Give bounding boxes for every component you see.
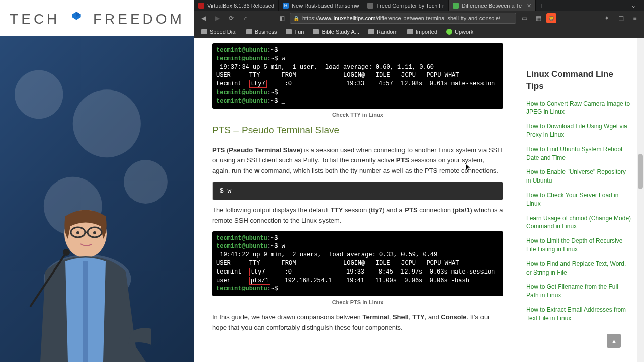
favicon — [198, 3, 204, 9]
scrollbar-track[interactable] — [637, 38, 644, 362]
folder-icon — [368, 29, 374, 34]
svg-point-9 — [76, 231, 79, 234]
sidebar-link-0[interactable]: How to Convert Raw Camera Image to JPEG … — [526, 100, 632, 117]
bookmark-speed-dial[interactable]: Speed Dial — [197, 27, 241, 36]
presenter-figure — [10, 206, 151, 362]
paragraph-2: The following output displays the defaul… — [212, 205, 503, 226]
menu-button[interactable]: ≡ — [629, 12, 641, 24]
brave-shields-button[interactable]: 🦁 — [546, 13, 556, 23]
tab-list-button[interactable]: ⌄ — [627, 2, 640, 9]
logo-icon — [69, 10, 84, 25]
sidebar-link-7[interactable]: How to Find and Replace Text, Word, or S… — [526, 260, 632, 277]
bookmark-imported[interactable]: Imported — [403, 27, 441, 36]
caption-2: Check PTS in Linux — [212, 299, 503, 305]
favicon: H — [283, 3, 289, 9]
tab-0[interactable]: VirtualBox 6.1.36 Released — [194, 0, 279, 11]
bookmark-upwork[interactable]: Upwork — [442, 27, 477, 36]
bookmark-bible[interactable]: Bible Study A... — [309, 27, 363, 36]
sidebar-link-2[interactable]: How to Find Ubuntu System Reboot Date an… — [526, 145, 632, 162]
tab-3-active[interactable]: Difference Between a Te✕ — [449, 0, 536, 11]
tab-bar: VirtualBox 6.1.36 Released HNew Rust-bas… — [194, 0, 644, 11]
svg-point-13 — [63, 249, 70, 256]
svg-point-1 — [73, 89, 141, 157]
url-text: https://www.linuxshelltips.com/differenc… — [302, 15, 500, 21]
logo-area: TECH FREEDOM — [0, 0, 194, 36]
folder-icon — [407, 29, 413, 34]
url-bar[interactable]: 🔒 https://www.linuxshelltips.com/differe… — [290, 13, 516, 24]
sidebar-link-8[interactable]: How to Get Filename from the Full Path i… — [526, 283, 632, 300]
sidebar-title: Linux Command Line Tips — [526, 68, 632, 93]
close-icon[interactable]: ✕ — [527, 3, 531, 9]
bookmarks-bar: Speed Dial Business Fun Bible Study A...… — [194, 25, 644, 38]
forward-button[interactable]: ▶ — [211, 12, 223, 24]
folder-icon — [201, 29, 207, 34]
page-content: tecmint@ubuntu:~$ tecmint@ubuntu:~$ w 19… — [194, 38, 644, 362]
sidebar-link-4[interactable]: How to Check Your Server Load in Linux — [526, 191, 632, 208]
svg-point-10 — [93, 231, 96, 234]
upwork-icon — [446, 29, 452, 35]
back-button[interactable]: ◀ — [197, 12, 209, 24]
new-tab-button[interactable]: + — [536, 2, 548, 10]
tab-title: Difference Between a Te — [462, 3, 522, 9]
tab-title: New Rust-based Ransomw — [292, 3, 359, 9]
folder-icon — [246, 29, 252, 34]
lock-icon: 🔒 — [293, 16, 299, 21]
logo-text: TECH FREEDOM — [10, 10, 185, 27]
tab-2[interactable]: Freed Computer by Tech Fr — [363, 0, 448, 11]
sidebar-link-1[interactable]: How to Download File Using Wget via Prox… — [526, 122, 632, 139]
folder-icon — [313, 29, 319, 34]
bookmark-fun[interactable]: Fun — [282, 27, 308, 36]
svg-point-3 — [124, 160, 168, 204]
paragraph-1: PTS (Pseudo Terminal Slave) is a session… — [212, 145, 503, 176]
reader-button[interactable]: ▭ — [518, 12, 530, 24]
video-overlay-panel: TECH FREEDOM — [0, 0, 194, 362]
code-block-w: $ w — [212, 182, 503, 200]
browser-window: VirtualBox 6.1.36 Released HNew Rust-bas… — [194, 0, 644, 362]
nav-toolbar: ◀ ▶ ⟳ ⌂ ◧ 🔒 https://www.linuxshelltips.c… — [194, 11, 644, 25]
favicon — [367, 3, 373, 9]
caption-1: Check TTY in Linux — [212, 112, 503, 118]
heading-pts: PTS – Pseudo Terminal Slave — [212, 125, 503, 139]
svg-rect-11 — [83, 261, 88, 362]
extensions-button[interactable]: ✦ — [601, 12, 613, 24]
terminal-output-1: tecmint@ubuntu:~$ tecmint@ubuntu:~$ w 19… — [212, 43, 503, 109]
tab-1[interactable]: HNew Rust-based Ransomw — [279, 0, 363, 11]
home-button[interactable]: ⌂ — [239, 12, 252, 24]
article-body: tecmint@ubuntu:~$ tecmint@ubuntu:~$ w 19… — [194, 38, 521, 348]
bookmark-random[interactable]: Random — [364, 27, 402, 36]
scrollbar-thumb[interactable] — [638, 154, 643, 189]
sidebar-link-5[interactable]: Learn Usage of chmod (Change Mode) Comma… — [526, 214, 632, 231]
bookmark-business[interactable]: Business — [242, 27, 281, 36]
sidetabs-button[interactable]: ◫ — [615, 12, 627, 24]
reload-button[interactable]: ⟳ — [225, 12, 237, 24]
dashboard-button[interactable]: ▦ — [532, 12, 544, 24]
tab-title: VirtualBox 6.1.36 Released — [207, 3, 274, 9]
sidebar-link-6[interactable]: How to Limit the Depth of Recursive File… — [526, 237, 632, 254]
scroll-to-top-button[interactable]: ▴ — [607, 334, 621, 348]
sidebar-tips: Linux Command Line Tips How to Convert R… — [526, 68, 632, 329]
svg-point-0 — [15, 70, 63, 119]
paragraph-3: In this guide, we have drawn comparisons… — [212, 312, 503, 333]
folder-icon — [286, 29, 292, 34]
sidebar-button[interactable]: ◧ — [276, 12, 288, 24]
favicon — [453, 3, 459, 9]
terminal-output-2: tecmint@ubuntu:~$ tecmint@ubuntu:~$ w 19… — [212, 231, 503, 297]
tab-title: Freed Computer by Tech Fr — [376, 3, 444, 9]
sidebar-link-3[interactable]: How to Enable "Universe" Repository in U… — [526, 168, 632, 185]
sidebar-link-9[interactable]: How to Extract Email Addresses from Text… — [526, 306, 632, 323]
